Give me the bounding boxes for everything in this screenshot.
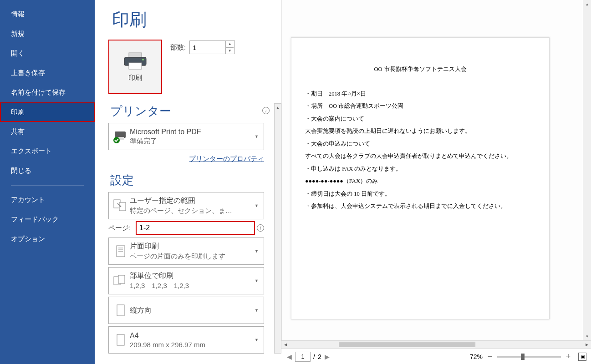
svg-point-3 xyxy=(142,59,144,61)
page-separator: / xyxy=(313,353,315,360)
printer-select[interactable]: Microsoft Print to PDF 準備完了 ▼ xyxy=(108,123,264,150)
sidebar-item-3[interactable]: 上書き保存 xyxy=(0,63,95,83)
sidebar-lower-item-0[interactable]: アカウント xyxy=(0,190,95,210)
preview-line: すべての大会は各クラブの大会申込責任者が取りまとめて申込んでください。 xyxy=(305,150,535,163)
zoom-slider[interactable] xyxy=(497,356,561,358)
page-title: 印刷 xyxy=(112,8,281,31)
printer-ready-icon xyxy=(113,130,128,143)
sidebar-item-4[interactable]: 名前を付けて保存 xyxy=(0,83,95,102)
svg-rect-16 xyxy=(117,305,124,316)
sidebar-divider xyxy=(11,185,84,186)
svg-rect-2 xyxy=(129,63,142,69)
preview-vertical-scrollbar[interactable]: ▲ ▼ xyxy=(583,0,591,340)
chevron-down-icon: ▼ xyxy=(255,278,261,283)
scroll-right-icon[interactable]: ▶ xyxy=(583,341,591,349)
preview-line: ・参加料は、大会申込システムで表示される期日までに入金してください。 xyxy=(305,200,535,213)
chevron-down-icon: ▼ xyxy=(255,338,261,342)
preview-page: OO 市長旗杯争奪ソフトテニス大会・期日 2018 年○月×日・場所 OO 市総… xyxy=(291,37,550,319)
scroll-up-icon[interactable]: ▲ xyxy=(583,0,591,8)
printer-heading: プリンター i xyxy=(110,103,281,119)
copies-input-wrap: ▲ ▼ xyxy=(189,40,235,54)
zoom-value: 72% xyxy=(470,353,483,360)
sidebar-item-1[interactable]: 新規 xyxy=(0,24,95,44)
page-range-icon xyxy=(113,199,128,212)
scroll-up-icon[interactable]: ▲ xyxy=(275,104,281,111)
preview-line: ・締切日は大会の 10 日前です。 xyxy=(305,188,535,201)
svg-rect-15 xyxy=(118,275,125,283)
single-side-icon xyxy=(113,244,128,258)
sidebar-item-6[interactable]: 共有 xyxy=(0,122,95,142)
sidebar-item-2[interactable]: 開く xyxy=(0,44,95,63)
preview-horizontal-scrollbar[interactable]: ◀ ▶ xyxy=(281,340,591,349)
setting-option-3[interactable]: A4209.98 mm x 296.97 mm▼ xyxy=(108,326,264,354)
next-page-button[interactable]: ▶ xyxy=(324,354,331,360)
print-settings-pane: 印刷 印刷 部数: ▲ xyxy=(95,0,281,364)
info-icon[interactable]: i xyxy=(262,107,270,114)
sidebar-item-7[interactable]: エクスポート xyxy=(0,142,95,161)
zoom-out-button[interactable]: − xyxy=(485,352,494,361)
page-range-select[interactable]: ユーザー指定の範囲 特定のページ、セクション、ま… ▼ xyxy=(108,192,264,219)
preview-line: 大会実施要項を熟読の上期日に遅れないようにお願いします。 xyxy=(305,125,535,138)
settings-heading: 設定 xyxy=(110,172,281,188)
chevron-down-icon: ▼ xyxy=(255,249,261,253)
preview-line: ・期日 2018 年○月×日 xyxy=(305,88,535,101)
copies-label: 部数: xyxy=(170,43,186,52)
sidebar-item-8[interactable]: 閉じる xyxy=(0,161,95,181)
printer-name: Microsoft Print to PDF xyxy=(130,128,255,136)
chevron-down-icon: ▼ xyxy=(255,308,261,313)
settings-scrollbar[interactable]: ▲ xyxy=(274,103,281,354)
preview-line: ・申し込みは FAX のみとなります。 xyxy=(305,163,535,176)
chevron-down-icon: ▼ xyxy=(255,134,261,139)
prev-page-button[interactable]: ◀ xyxy=(286,354,292,360)
preview-line: OO 市長旗杯争奪ソフトテニス大会 xyxy=(305,63,535,76)
preview-line: ●●●●-●●-●●●●（FAX）のみ xyxy=(305,175,535,188)
preview-line: ・場所 OO 市総合運動スポーツ公園 xyxy=(305,100,535,113)
preview-pane: OO 市長旗杯争奪ソフトテニス大会・期日 2018 年○月×日・場所 OO 市総… xyxy=(281,0,591,364)
printer-properties-link[interactable]: プリンターのプロパティ xyxy=(189,155,264,162)
pages-input[interactable] xyxy=(136,221,255,235)
fit-to-window-button[interactable]: ▣ xyxy=(578,353,586,361)
page-total: 2 xyxy=(318,353,321,360)
collate-icon xyxy=(113,274,128,288)
scroll-down-icon[interactable]: ▼ xyxy=(583,332,591,340)
svg-rect-10 xyxy=(117,246,125,257)
svg-rect-17 xyxy=(117,334,124,345)
info-icon[interactable]: i xyxy=(257,224,264,232)
sidebar-item-0[interactable]: 情報 xyxy=(0,5,95,24)
print-button[interactable]: 印刷 xyxy=(108,40,162,94)
portrait-icon xyxy=(113,303,128,317)
svg-point-6 xyxy=(113,137,120,143)
sidebar-lower-item-2[interactable]: オプション xyxy=(0,229,95,249)
print-button-label: 印刷 xyxy=(128,74,142,82)
zoom-in-button[interactable]: + xyxy=(564,352,573,361)
sidebar-item-5[interactable]: 印刷 xyxy=(0,102,95,122)
chevron-down-icon: ▼ xyxy=(255,203,261,208)
paper-icon xyxy=(113,333,128,347)
setting-option-2[interactable]: 縦方向▼ xyxy=(108,297,264,324)
svg-rect-4 xyxy=(115,131,126,138)
preview-status-bar: ◀ / 2 ▶ 72% − + ▣ xyxy=(281,349,591,364)
pages-label: ページ: xyxy=(108,224,136,233)
copies-spin-down[interactable]: ▼ xyxy=(226,48,234,54)
copies-spin-up[interactable]: ▲ xyxy=(226,41,234,48)
current-page-input[interactable] xyxy=(295,352,311,362)
scroll-left-icon[interactable]: ◀ xyxy=(281,341,290,349)
preview-line: ・大会の案内について xyxy=(305,113,535,126)
sidebar-lower-item-1[interactable]: フィードバック xyxy=(0,210,95,229)
setting-option-1[interactable]: 部単位で印刷1,2,3 1,2,3 1,2,3▼ xyxy=(108,267,264,294)
printer-status: 準備完了 xyxy=(130,137,255,146)
setting-option-0[interactable]: 片面印刷ページの片面のみを印刷します▼ xyxy=(108,238,264,265)
scrollbar-thumb[interactable] xyxy=(339,342,475,347)
copies-input[interactable] xyxy=(190,41,225,54)
printer-icon xyxy=(122,52,149,71)
svg-rect-0 xyxy=(129,53,142,57)
sidebar: 情報新規開く上書き保存名前を付けて保存印刷共有エクスポート閉じる アカウントフィ… xyxy=(0,0,95,364)
preview-line: ・大会の申込みについて xyxy=(305,138,535,151)
